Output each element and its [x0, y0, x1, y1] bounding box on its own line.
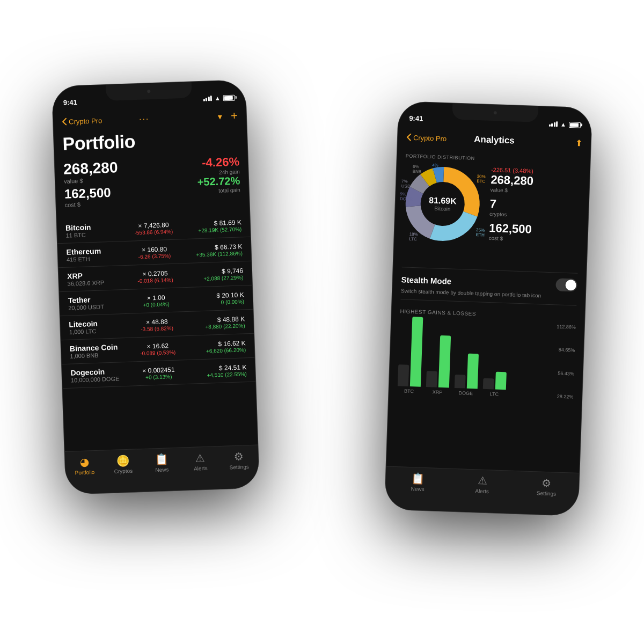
more-options-button[interactable]: ··· [139, 114, 150, 124]
right-nav-back-button[interactable]: Crypto Pro [406, 133, 447, 143]
right-tab-settings[interactable]: ⚙ Settings [530, 476, 563, 497]
donut-center-label: Bitcoin [428, 206, 456, 213]
settings-tab-icon: ⚙ [234, 450, 244, 463]
crypto-price-change: +0 (3.13%) [129, 372, 188, 380]
crypto-amount: 10,000,000 DOGE [71, 375, 130, 384]
bar-green-btc [410, 317, 423, 387]
crypto-amount: 20,000 USDT [68, 303, 127, 311]
tab-news-label: News [155, 466, 169, 473]
gains-label: HIGHEST GAINS & LOSSES [400, 308, 576, 320]
crypto-name-col: Binance Coin 1,000 BNB [70, 342, 129, 360]
donut-chart: 81.69K Bitcoin 6%BNB 4%XRP 30%BTC 25%ETH… [398, 159, 487, 248]
stat-gain: -226.51 (3.48%) 268,280 value $ [491, 166, 586, 196]
right-tab-news[interactable]: 📋 News [401, 472, 434, 493]
portfolio-header: Portfolio 268,280 value $ 162,500 cost $… [54, 127, 250, 208]
analytics-stats: -226.51 (3.48%) 268,280 value $ 7 crypto… [488, 166, 586, 248]
crypto-price-col: × 0.2705 -0.018 (6.14%) [126, 269, 185, 284]
tab-settings-label: Settings [230, 464, 250, 470]
left-phone-screen: 9:41 ▲ [52, 80, 259, 494]
stealth-title: Stealth Mode [401, 275, 452, 286]
right-nav-back-label: Crypto Pro [413, 133, 447, 142]
stealth-toggle[interactable] [555, 278, 577, 291]
gain-24h-value: -4.26% [196, 155, 239, 170]
portfolio-cost-value: 162,500 [64, 185, 119, 202]
crypto-gain: +8,880 (22.20%) [186, 323, 245, 331]
legend-ltc: 18%LTC [409, 232, 418, 242]
right-status-icons: ▲ [548, 121, 581, 128]
left-phone: 9:41 ▲ [52, 80, 259, 494]
portfolio-right-values: -4.26% 24h gain +52.72% total gain [196, 155, 240, 194]
crypto-value-col: $ 48.88 K +8,880 (22.20%) [186, 315, 245, 331]
notch-right [452, 103, 538, 122]
y-label-1: 112.86% [557, 324, 576, 330]
legend-bnb: 6%BNB [413, 164, 422, 174]
crypto-price-change: +0 (0.04%) [127, 301, 186, 309]
right-phone: 9:41 ▲ [385, 101, 592, 516]
scene: 9:41 ▲ [27, 40, 617, 604]
bar-dark-doge [455, 375, 466, 389]
legend-btc: 30%BTC [477, 174, 486, 184]
bar-pair-ltc [483, 319, 509, 390]
toggle-knob [565, 280, 576, 291]
nav-back-label: Crypto Pro [69, 116, 103, 126]
tab-bar: ◕ Portfolio 🪙 Cryptos 📋 News ⚠ Alerts ⚙ [65, 445, 260, 495]
bar-label-doge: DOGE [459, 390, 473, 396]
bar-group-ltc: LTC [482, 319, 508, 397]
crypto-gain: +35.38K (112.86%) [184, 250, 243, 258]
crypto-value-col: $ 20.10 K 0 (0.00%) [185, 291, 244, 306]
share-button[interactable]: ⬆ [575, 138, 583, 148]
right-alerts-tab-icon: ⚠ [477, 474, 487, 487]
tab-news[interactable]: 📋 News [145, 452, 178, 473]
crypto-amount: 1,000 BNB [70, 351, 129, 360]
crypto-gain: +28.19K (52.70%) [183, 226, 242, 234]
bars-container: BTC XRP [397, 318, 508, 408]
crypto-gain: +2,088 (27.29%) [185, 274, 244, 282]
right-chevron-left-icon [406, 133, 412, 141]
bar-dark-xrp [426, 371, 437, 387]
bar-pair-btc [398, 316, 423, 386]
portfolio-values: 268,280 value $ 162,500 cost $ -4.26% 24… [63, 155, 241, 208]
crypto-price-col: × 0.002451 +0 (3.13%) [129, 365, 188, 381]
y-label-3: 56.43% [555, 370, 574, 376]
stat-cost: 162,500 cost $ [488, 221, 583, 244]
bar-green-doge [467, 354, 479, 389]
chevron-left-icon [62, 118, 67, 126]
bar-label-ltc: LTC [490, 391, 499, 397]
portfolio-tab-icon: ◕ [79, 456, 89, 469]
nav-back-button[interactable]: Crypto Pro [62, 116, 103, 126]
bar-label-xrp: XRP [433, 389, 443, 395]
right-signal-bars-icon [549, 121, 558, 127]
tab-cryptos-label: Cryptos [114, 468, 133, 474]
y-label-4: 28.22% [554, 393, 574, 399]
crypto-name-col: Dogecoin 10,000,000 DOGE [70, 367, 129, 384]
tab-portfolio[interactable]: ◕ Portfolio [68, 455, 101, 476]
gain-total-value: +52.72% [197, 174, 240, 188]
portfolio-left-values: 268,280 value $ 162,500 cost $ [63, 159, 119, 208]
right-nav-title: Analytics [474, 134, 515, 147]
status-icons: ▲ [203, 94, 235, 102]
bar-group-xrp: XRP [426, 317, 451, 395]
dropdown-arrow[interactable]: ▾ [218, 111, 223, 121]
crypto-name-col: XRP 36,028.6 XRP [67, 270, 126, 287]
crypto-gain: +6,620 (66.20%) [187, 347, 246, 355]
tab-alerts[interactable]: ⚠ Alerts [184, 451, 217, 472]
donut-section: 81.69K Bitcoin 6%BNB 4%XRP 30%BTC 25%ETH… [398, 159, 586, 252]
add-button[interactable]: + [231, 108, 238, 122]
cryptos-tab-icon: 🪙 [116, 454, 130, 467]
y-axis: 112.86% 84.65% 56.43% 28.22% [554, 324, 577, 399]
y-label-2: 84.65% [556, 347, 575, 353]
crypto-name-col: Bitcoin 11 BTC [65, 222, 125, 239]
right-tab-alerts[interactable]: ⚠ Alerts [466, 474, 499, 495]
crypto-name-col: Litecoin 1,000 LTC [69, 318, 128, 335]
bar-chart: 112.86% 84.65% 56.43% 28.22% [397, 318, 576, 410]
tab-settings[interactable]: ⚙ Settings [223, 450, 255, 471]
right-wifi-icon: ▲ [560, 121, 566, 127]
crypto-amount: 1,000 LTC [69, 327, 128, 335]
legend-eth: 25%ETH [476, 228, 485, 238]
right-news-tab-icon: 📋 [411, 472, 425, 485]
crypto-price-col: × 16.62 -0.089 (0.53%) [128, 341, 187, 357]
right-tab-settings-label: Settings [537, 490, 557, 496]
news-tab-icon: 📋 [155, 452, 169, 466]
tab-cryptos[interactable]: 🪙 Cryptos [107, 453, 140, 474]
crypto-amount: 11 BTC [65, 230, 125, 239]
